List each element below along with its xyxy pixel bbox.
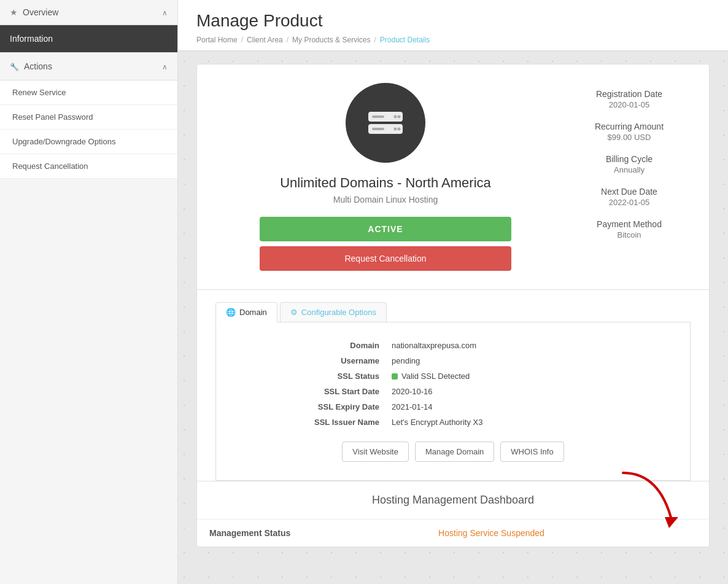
username-value: pending: [392, 356, 637, 365]
ssl-status-value: Valid SSL Detected: [392, 372, 637, 381]
breadcrumb-portal-home[interactable]: Portal Home: [196, 36, 238, 44]
whois-info-button[interactable]: WHOIS Info: [500, 442, 563, 462]
request-cancellation-button[interactable]: Request Cancellation: [260, 246, 511, 271]
svg-rect-6: [372, 115, 384, 118]
svg-point-3: [398, 115, 401, 119]
sidebar-information[interactable]: Information: [0, 25, 177, 52]
product-icon: [346, 83, 425, 163]
globe-icon: [226, 308, 236, 317]
tab-configurable-options[interactable]: Configurable Options: [280, 302, 387, 322]
product-card: Unlimited Domains - North America Multi …: [196, 64, 710, 547]
breadcrumb-products-services[interactable]: My Products & Services: [292, 36, 370, 44]
sidebar-renew-service[interactable]: Renew Service: [0, 80, 177, 105]
ssl-start-date-label: SSL Start Date: [269, 387, 379, 396]
active-button[interactable]: ACTIVE: [260, 217, 511, 241]
product-meta: Registration Date 2020-01-05 Recurring A…: [568, 83, 691, 271]
management-status-value: Hosting Service Suspended: [426, 520, 709, 547]
next-due-date-row: Next Due Date 2022-01-05: [601, 187, 657, 207]
domain-action-buttons: Visit Website Manage Domain WHOIS Info: [234, 442, 672, 462]
page-title: Manage Product: [196, 11, 710, 31]
breadcrumb-client-area[interactable]: Client Area: [247, 36, 283, 44]
main-content: Manage Product Portal Home / Client Area…: [178, 0, 728, 584]
sidebar-actions-label: Actions: [24, 61, 52, 71]
tabs: Domain Configurable Options: [215, 302, 691, 322]
ssl-expiry-date-value: 2021-01-14: [392, 402, 637, 411]
billing-cycle-label: Billing Cycle: [606, 154, 652, 164]
recurring-amount-row: Recurring Amount $99.00 USD: [595, 122, 664, 142]
registration-date-value: 2020-01-05: [596, 100, 662, 109]
ssl-issuer-row: SSL Issuer Name Let's Encrypt Authority …: [269, 418, 637, 427]
tab-domain[interactable]: Domain: [215, 302, 277, 322]
wrench-icon: [10, 61, 19, 71]
page-header: Manage Product Portal Home / Client Area…: [178, 0, 728, 52]
chevron-up-icon-actions: [162, 61, 168, 71]
recurring-amount-label: Recurring Amount: [595, 122, 664, 131]
manage-domain-button[interactable]: Manage Domain: [415, 442, 494, 462]
ssl-issuer-label: SSL Issuer Name: [269, 418, 379, 427]
ssl-start-date-value: 2020-10-16: [392, 387, 637, 396]
payment-method-row: Payment Method Bitcoin: [597, 219, 662, 239]
svg-rect-7: [372, 128, 384, 130]
next-due-date-label: Next Due Date: [601, 187, 657, 197]
svg-point-4: [394, 128, 397, 131]
star-icon: [10, 7, 18, 17]
username-label: Username: [269, 356, 379, 365]
sidebar-overview-label: Overview: [23, 7, 58, 17]
svg-point-2: [394, 115, 397, 119]
product-info-center: Unlimited Domains - North America Multi …: [215, 83, 556, 271]
breadcrumb-product-details: Product Details: [380, 36, 430, 44]
registration-date-label: Registration Date: [596, 89, 662, 99]
visit-website-button[interactable]: Visit Website: [342, 442, 409, 462]
next-due-date-value: 2022-01-05: [601, 198, 657, 207]
config-icon: [290, 308, 298, 317]
recurring-amount-value: $99.00 USD: [595, 133, 664, 142]
username-row: Username pending: [269, 356, 637, 365]
sidebar-information-label: Information: [10, 34, 53, 44]
ssl-expiry-date-label: SSL Expiry Date: [269, 402, 379, 411]
hosting-management-table: Management Status Hosting Service Suspen…: [197, 519, 709, 547]
sidebar: Overview Information Actions Renew Servi…: [0, 0, 178, 584]
product-top: Unlimited Domains - North America Multi …: [197, 64, 709, 289]
domain-row: Domain nationaltaxprepusa.com: [269, 341, 637, 350]
domain-value: nationaltaxprepusa.com: [392, 341, 637, 350]
management-status-label: Management Status: [197, 520, 426, 547]
billing-cycle-value: Annually: [606, 165, 652, 174]
domain-details-grid: Domain nationaltaxprepusa.com Username p…: [269, 341, 637, 427]
payment-method-label: Payment Method: [597, 219, 662, 229]
tab-content-domain: Domain nationaltaxprepusa.com Username p…: [215, 322, 691, 481]
breadcrumb: Portal Home / Client Area / My Products …: [196, 36, 710, 44]
sidebar-overview[interactable]: Overview: [0, 0, 177, 25]
sidebar-upgrade-downgrade[interactable]: Upgrade/Downgrade Options: [0, 130, 177, 154]
ssl-status-dot: [392, 373, 398, 380]
ssl-issuer-value: Let's Encrypt Authority X3: [392, 418, 637, 427]
content-area: Unlimited Domains - North America Multi …: [178, 52, 728, 559]
chevron-up-icon: [162, 7, 168, 17]
ssl-expiry-date-row: SSL Expiry Date 2021-01-14: [269, 402, 637, 411]
ssl-status-row: SSL Status Valid SSL Detected: [269, 372, 637, 381]
domain-label: Domain: [269, 341, 379, 350]
sidebar-reset-panel-password[interactable]: Reset Panel Password: [0, 105, 177, 130]
tabs-section: Domain Configurable Options Domain natio…: [197, 289, 709, 481]
sidebar-request-cancellation[interactable]: Request Cancellation: [0, 154, 177, 179]
billing-cycle-row: Billing Cycle Annually: [606, 154, 652, 174]
product-subtitle: Multi Domain Linux Hosting: [333, 195, 438, 204]
sidebar-actions-header[interactable]: Actions: [0, 52, 177, 80]
hosting-management-section: Hosting Management Dashboard Management …: [197, 481, 709, 547]
hosting-management-title: Hosting Management Dashboard: [197, 481, 709, 519]
registration-date-row: Registration Date 2020-01-05: [596, 89, 662, 109]
svg-point-5: [398, 128, 401, 131]
management-status-row: Management Status Hosting Service Suspen…: [197, 520, 709, 547]
ssl-status-label: SSL Status: [269, 372, 379, 381]
payment-method-value: Bitcoin: [597, 230, 662, 239]
server-svg-icon: [367, 111, 404, 135]
ssl-start-date-row: SSL Start Date 2020-10-16: [269, 387, 637, 396]
product-name: Unlimited Domains - North America: [280, 175, 491, 191]
